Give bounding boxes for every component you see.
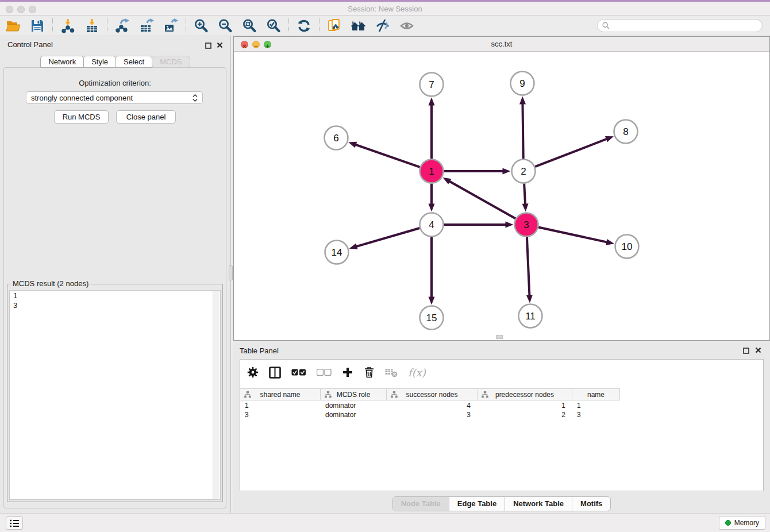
canvas-grip[interactable]: [496, 335, 503, 339]
zoom-in-icon[interactable]: [193, 18, 209, 34]
task-list-button[interactable]: [6, 516, 23, 530]
float-window-icon[interactable]: [205, 41, 211, 51]
memory-status-icon: [725, 520, 731, 526]
chevron-up-down-icon: [192, 94, 198, 102]
add-icon[interactable]: [342, 367, 353, 378]
control-panel-tabs: NetworkStyleSelectMCDS: [0, 56, 230, 68]
memory-button[interactable]: Memory: [719, 516, 765, 530]
graph-edge-arrow: [503, 168, 511, 175]
float-window-icon[interactable]: [743, 346, 749, 356]
list-icon: [10, 519, 20, 527]
column-label: successor nodes: [406, 391, 457, 399]
export-network-icon[interactable]: [114, 18, 130, 34]
zoom-fit-icon[interactable]: [241, 18, 257, 34]
zoom-selected-icon[interactable]: [265, 18, 282, 34]
result-scrollbar[interactable]: [213, 291, 220, 499]
trash-icon[interactable]: [364, 367, 375, 378]
open-session-icon[interactable]: [5, 18, 21, 34]
column-header-successor-nodes[interactable]: successor nodes: [387, 389, 478, 400]
network-window-titlebar[interactable]: scc.txt: [234, 37, 769, 52]
cell-shared-name: 3: [240, 410, 321, 419]
column-header-predecessor-nodes[interactable]: predecessor nodes: [478, 389, 572, 400]
mcds-result-line: 3: [10, 300, 220, 310]
select-all-icon[interactable]: [291, 369, 306, 376]
save-session-icon[interactable]: [29, 18, 45, 34]
table-toolbar: f(x): [240, 360, 763, 385]
graph-edge-2-9[interactable]: [522, 102, 523, 159]
tab-network[interactable]: Network: [40, 56, 84, 68]
mcds-result-text[interactable]: 13: [9, 290, 221, 500]
toolbar-separator: [107, 18, 107, 33]
cell-shared-name: 1: [240, 401, 321, 410]
column-header-shared-name[interactable]: shared name: [240, 389, 321, 400]
app-title: Session: New Session: [0, 5, 770, 13]
hide-panel-icon[interactable]: [375, 18, 391, 34]
graph-edge-3-1[interactable]: [448, 180, 515, 218]
toolbar-separator: [52, 18, 53, 33]
close-panel-button[interactable]: Close panel: [116, 110, 176, 124]
table-body: 1dominator4113dominator323: [240, 401, 763, 419]
graph-edge-arrow: [429, 204, 435, 212]
search-icon: [602, 22, 610, 29]
column-header-name[interactable]: name: [572, 389, 620, 400]
toolbar-separator: [319, 18, 319, 33]
mcds-result-line: 1: [10, 291, 220, 300]
search-box[interactable]: [597, 19, 763, 32]
memory-label: Memory: [734, 519, 759, 527]
graph-edge-2-8[interactable]: [535, 138, 609, 167]
cell-predecessor-nodes: 1: [478, 401, 572, 410]
main-toolbar: [0, 16, 770, 36]
tab-edge-table[interactable]: Edge Table: [449, 497, 505, 511]
home-icon[interactable]: [351, 18, 367, 34]
graph-edge-2-3[interactable]: [524, 183, 525, 206]
graph-node-label: 9: [519, 78, 525, 89]
zoom-out-icon[interactable]: [217, 18, 233, 34]
cell-predecessor-nodes: 2: [478, 410, 572, 419]
node-table: f(x) shared nameMCDS rolesuccessor nodes…: [240, 359, 764, 491]
graph-edge-arrow: [429, 98, 435, 106]
gear-icon[interactable]: [247, 367, 259, 378]
table-row[interactable]: 3dominator323: [240, 410, 763, 419]
tab-mcds[interactable]: MCDS: [152, 56, 190, 68]
deselect-all-icon[interactable]: [317, 369, 332, 376]
graph-edge-3-11[interactable]: [527, 237, 530, 297]
export-image-icon[interactable]: [163, 18, 179, 34]
graph-node-label: 11: [525, 311, 536, 322]
tab-network-table[interactable]: Network Table: [505, 497, 572, 511]
table-row[interactable]: 1dominator411: [240, 401, 763, 410]
close-panel-icon[interactable]: [217, 40, 223, 51]
graph-edge-arrow: [522, 203, 529, 211]
import-network-icon[interactable]: [60, 18, 76, 34]
clone-network-icon[interactable]: [326, 18, 342, 34]
graph-edge-3-10[interactable]: [538, 228, 609, 243]
panel-splitter-handle[interactable]: [229, 265, 233, 280]
refresh-icon[interactable]: [296, 18, 312, 34]
optimization-label: Optimization criterion:: [0, 79, 230, 87]
graph-edge-4-14[interactable]: [355, 228, 419, 247]
run-mcds-button[interactable]: Run MCDS: [54, 110, 109, 124]
control-panel: Control Panel NetworkStyleSelectMCDS Opt…: [0, 36, 230, 513]
tab-node-table[interactable]: Node Table: [393, 497, 449, 511]
toolbar-separator: [186, 18, 186, 33]
graph-edge-arrow: [443, 178, 452, 184]
close-panel-icon[interactable]: [755, 345, 761, 356]
graph-edge-arrow: [519, 96, 526, 104]
column-label: MCDS role: [337, 391, 371, 399]
table-panel: Table Panel f(x) shared nameMCDS rolesuc…: [233, 343, 770, 513]
columns-icon[interactable]: [269, 367, 281, 379]
show-panel-icon[interactable]: [399, 18, 415, 34]
tab-motifs[interactable]: Motifs: [572, 497, 610, 511]
tab-style[interactable]: Style: [83, 56, 116, 68]
graph-edge-1-6[interactable]: [354, 144, 420, 167]
graph-node-label: 10: [622, 241, 633, 252]
import-table-icon[interactable]: [84, 18, 100, 34]
cell-successor-nodes: 3: [387, 410, 478, 419]
search-input[interactable]: [613, 21, 757, 30]
criterion-select[interactable]: strongly connected component: [26, 91, 203, 104]
tab-select[interactable]: Select: [116, 56, 152, 68]
column-header-mcds-role[interactable]: MCDS role: [321, 389, 387, 400]
cell-mcds-role: dominator: [321, 410, 387, 419]
graph-node-label: 14: [332, 247, 342, 258]
export-table-icon[interactable]: [138, 18, 155, 34]
network-canvas[interactable]: 1234678910111415: [234, 52, 769, 340]
